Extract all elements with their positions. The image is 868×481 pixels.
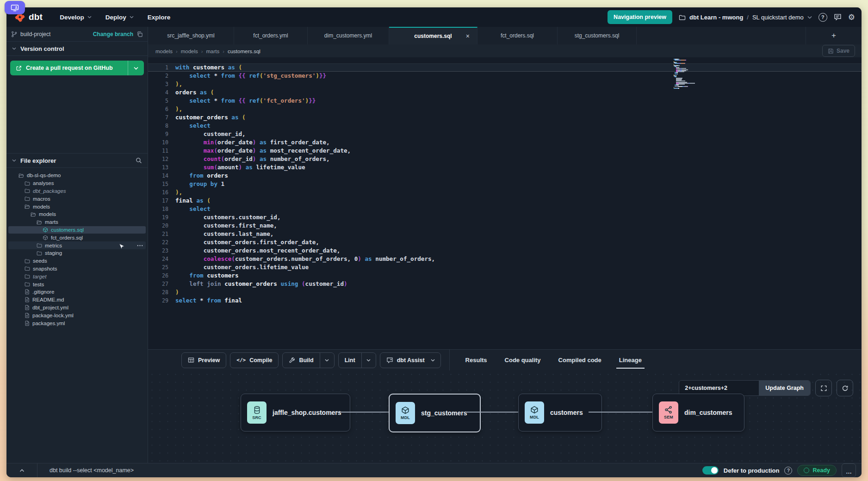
- code-line[interactable]: 15 group by 1: [148, 180, 862, 188]
- tab-dim-customers-yml[interactable]: dim_customers.yml: [308, 27, 389, 44]
- tree-item-readme-md[interactable]: README.md: [8, 296, 146, 304]
- code-line[interactable]: 1with customers as (: [148, 63, 862, 72]
- menu-deploy[interactable]: Deploy: [99, 14, 141, 21]
- code-line[interactable]: 18 select: [148, 205, 862, 213]
- more-options-icon[interactable]: [137, 245, 143, 247]
- save-button[interactable]: Save: [822, 45, 855, 57]
- lineage-node-jaffle-shop-customers[interactable]: SRCjaffle_shop.customers: [241, 394, 350, 432]
- code-line[interactable]: 3),: [148, 80, 862, 88]
- code-line[interactable]: 20 customers.first_name,: [148, 222, 862, 230]
- tree-item-dbt-packages[interactable]: dbt_packages: [8, 187, 146, 195]
- tree-item-seeds[interactable]: seeds: [8, 257, 146, 265]
- code-line[interactable]: 14 from orders: [148, 172, 862, 180]
- tree-item-models[interactable]: models: [8, 210, 146, 218]
- panel-tab-code-quality[interactable]: Code quality: [504, 351, 542, 370]
- tree-item-models[interactable]: models: [8, 203, 146, 210]
- code-editor[interactable]: 1with customers as (2 select * from {{ r…: [148, 57, 862, 349]
- refresh-button[interactable]: [837, 380, 853, 396]
- code-line[interactable]: 27 left join customer_orders using (cust…: [148, 280, 862, 288]
- pr-dropdown-button[interactable]: [128, 61, 144, 75]
- command-input[interactable]: dbt build --select <model_name>: [50, 467, 134, 474]
- code-line[interactable]: 13 sum(amount) as lifetime_value: [148, 163, 862, 172]
- navigation-preview-button[interactable]: Navigation preview: [608, 10, 672, 24]
- compile-button[interactable]: </>Compile: [230, 352, 279, 368]
- lint-dropdown-button[interactable]: [361, 353, 376, 368]
- code-line[interactable]: 5 select * from {{ ref('fct_orders')}}: [148, 97, 862, 105]
- status-badge[interactable]: Ready: [797, 465, 837, 476]
- lineage-node-stg-customers[interactable]: MDLstg_customers: [389, 394, 481, 432]
- search-icon[interactable]: [136, 157, 142, 164]
- code-line[interactable]: 29select * from final: [148, 296, 862, 305]
- code-line[interactable]: 6),: [148, 105, 862, 113]
- tree-item-staging[interactable]: staging: [8, 249, 146, 257]
- editor-minimap[interactable]: [674, 59, 700, 89]
- tab-fct-orders-sql[interactable]: fct_orders.sql: [477, 27, 558, 44]
- code-line[interactable]: 2 select * from {{ ref('stg_customers')}…: [148, 72, 862, 80]
- copy-icon[interactable]: [136, 31, 143, 37]
- code-line[interactable]: 19 customers.customer_id,: [148, 213, 862, 222]
- tree-item-gitignore[interactable]: .gitignore: [8, 288, 146, 296]
- code-line[interactable]: 10 min(order_date) as first_order_date,: [148, 138, 862, 147]
- tab-fct-orders-yml[interactable]: fct_orders.yml: [234, 27, 308, 44]
- lineage-node-dim-customers[interactable]: SEMdim_customers: [652, 394, 744, 432]
- create-pr-button[interactable]: Create a pull request on GitHub: [10, 61, 144, 75]
- version-control-header[interactable]: Version control: [6, 42, 148, 56]
- breadcrumb-item[interactable]: customers.sql: [228, 49, 260, 54]
- tree-item-package-lock-yml[interactable]: package-lock.yml: [8, 311, 146, 319]
- menu-develop[interactable]: Develop: [53, 14, 99, 21]
- lineage-node-customers[interactable]: MDLcustomers: [518, 394, 602, 432]
- code-line[interactable]: 11 max(order_date) as most_recent_order_…: [148, 147, 862, 155]
- code-line[interactable]: 28): [148, 288, 862, 296]
- menu-explore[interactable]: Explore: [141, 14, 178, 21]
- code-line[interactable]: 9 customer_id,: [148, 130, 862, 138]
- tab-customers-sql[interactable]: customers.sql×: [389, 27, 477, 44]
- defer-help-icon[interactable]: ?: [784, 467, 792, 475]
- tree-item-customers-sql[interactable]: customers.sql: [8, 226, 146, 234]
- defer-toggle[interactable]: [702, 466, 719, 475]
- account-breadcrumb[interactable]: dbt Learn - mwong / SL quickstart demo: [679, 14, 812, 21]
- dbt-assist-button[interactable]: dbt Assist: [380, 352, 441, 368]
- code-line[interactable]: 24 coalesce(customer_orders.number_of_or…: [148, 255, 862, 263]
- help-icon[interactable]: ?: [818, 13, 827, 22]
- screen-share-badge[interactable]: [5, 1, 25, 14]
- tree-item-packages-yml[interactable]: packages.yml: [8, 319, 146, 327]
- code-line[interactable]: 7customer_orders as (: [148, 113, 862, 122]
- code-line[interactable]: 22 customer_orders.first_order_date,: [148, 238, 862, 247]
- update-graph-button[interactable]: Update Graph: [759, 381, 810, 395]
- tree-item-dbt-project-yml[interactable]: dbt_project.yml: [8, 304, 146, 312]
- code-line[interactable]: 25 customer_orders.lifetime_value: [148, 263, 862, 271]
- fullscreen-button[interactable]: [815, 380, 832, 396]
- tree-item-analyses[interactable]: analyses: [8, 179, 146, 187]
- tree-item-macros[interactable]: macros: [8, 195, 146, 203]
- build-dropdown-button[interactable]: [320, 353, 334, 368]
- panel-tab-compiled-code[interactable]: Compiled code: [558, 351, 602, 370]
- preview-button[interactable]: Preview: [181, 352, 226, 368]
- code-line[interactable]: 23 customer_orders.most_recent_order_dat…: [148, 247, 862, 255]
- tree-item-db-sl-qs-demo[interactable]: db-sl-qs-demo: [8, 172, 146, 179]
- lineage-canvas[interactable]: 2+customers+2 Update Graph: [148, 370, 862, 463]
- feedback-icon[interactable]: [834, 13, 842, 21]
- new-tab-button[interactable]: +: [806, 27, 862, 44]
- build-button[interactable]: Build: [282, 352, 334, 368]
- tree-item-fct-orders-sql[interactable]: fct_orders.sql: [8, 234, 146, 241]
- panel-tab-results[interactable]: Results: [465, 351, 488, 370]
- change-branch-link[interactable]: Change branch: [93, 31, 133, 37]
- tree-item-marts[interactable]: marts: [8, 218, 146, 226]
- code-line[interactable]: 12 count(order_id) as number_of_orders,: [148, 155, 862, 163]
- tree-item-snapshots[interactable]: snapshots: [8, 265, 146, 273]
- breadcrumb-item[interactable]: marts: [206, 49, 220, 54]
- file-explorer-header[interactable]: File explorer: [6, 154, 148, 168]
- code-line[interactable]: 17final as (: [148, 197, 862, 205]
- tree-item-metrics[interactable]: metrics: [8, 241, 146, 249]
- code-line[interactable]: 16),: [148, 188, 862, 197]
- lint-button[interactable]: Lint: [338, 352, 376, 368]
- tab-stg-customers-sql[interactable]: stg_customers.sql: [558, 27, 637, 44]
- code-line[interactable]: 4orders as (: [148, 88, 862, 97]
- more-options-button[interactable]: …: [842, 463, 856, 477]
- tree-item-tests[interactable]: tests: [8, 280, 146, 288]
- code-line[interactable]: 8 select: [148, 122, 862, 130]
- panel-tab-lineage[interactable]: Lineage: [618, 351, 643, 370]
- code-line[interactable]: 26 from customers: [148, 271, 862, 280]
- code-line[interactable]: 21 customers.last_name,: [148, 230, 862, 238]
- breadcrumb-item[interactable]: models: [155, 49, 173, 54]
